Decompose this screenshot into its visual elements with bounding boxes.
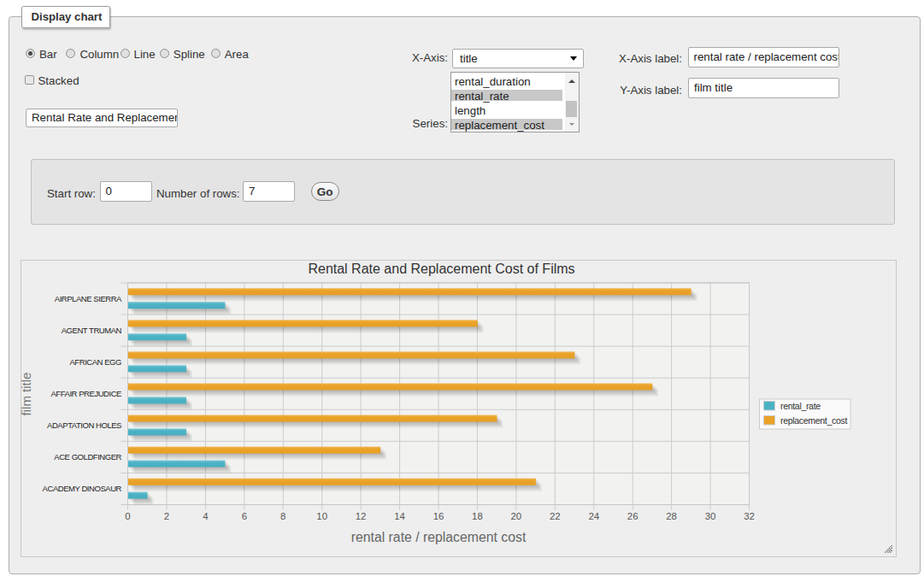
svg-text:AGENT TRUMAN: AGENT TRUMAN — [62, 326, 122, 335]
svg-text:16: 16 — [433, 511, 444, 521]
svg-text:18: 18 — [472, 511, 483, 521]
svg-text:AFRICAN EGG: AFRICAN EGG — [69, 357, 121, 367]
svg-text:14: 14 — [394, 511, 405, 521]
svg-text:replacement_cost: replacement_cost — [780, 415, 847, 426]
svg-text:12: 12 — [356, 511, 367, 521]
svg-text:24: 24 — [588, 511, 599, 521]
svg-text:30: 30 — [705, 511, 716, 521]
svg-text:32: 32 — [744, 511, 755, 521]
svg-text:rental rate / replacement cost: rental rate / replacement cost — [351, 530, 527, 544]
svg-text:22: 22 — [550, 511, 561, 521]
svg-text:0: 0 — [125, 511, 130, 521]
svg-text:ADAPTATION HOLES: ADAPTATION HOLES — [47, 420, 121, 430]
svg-text:AIRPLANE SIERRA: AIRPLANE SIERRA — [55, 294, 122, 303]
svg-text:26: 26 — [627, 511, 639, 521]
svg-text:rental_rate: rental_rate — [780, 401, 821, 411]
svg-text:AFFAIR PREJUDICE: AFFAIR PREJUDICE — [50, 389, 121, 398]
svg-text:Rental Rate and Replacement Co: Rental Rate and Replacement Cost of Film… — [308, 262, 574, 276]
svg-text:ACE GOLDFINGER: ACE GOLDFINGER — [54, 452, 121, 461]
svg-text:6: 6 — [242, 511, 247, 521]
svg-text:4: 4 — [203, 511, 208, 521]
svg-text:ACADEMY DINOSAUR: ACADEMY DINOSAUR — [43, 484, 122, 493]
svg-text:2: 2 — [164, 511, 169, 521]
svg-text:28: 28 — [666, 511, 677, 521]
svg-text:film title: film title — [19, 373, 33, 416]
svg-text:20: 20 — [511, 511, 522, 521]
svg-text:8: 8 — [280, 511, 285, 521]
svg-text:10: 10 — [316, 511, 327, 521]
